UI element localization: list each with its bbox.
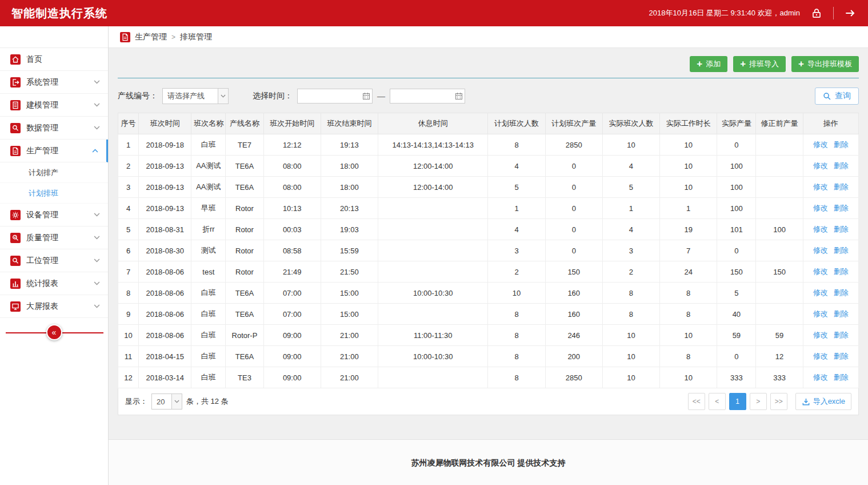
- table-cell: 100: [717, 156, 756, 177]
- sidebar-subitem-plan-shift[interactable]: 计划排班: [0, 183, 108, 204]
- search-button[interactable]: 查询: [815, 88, 859, 105]
- calendar-icon[interactable]: [455, 92, 463, 100]
- sidebar-item-data[interactable]: 数据管理: [0, 117, 108, 140]
- shift-import-button[interactable]: + 排班导入: [733, 56, 786, 72]
- column-header: 实际工作时长: [660, 113, 717, 134]
- last-page-button[interactable]: >>: [770, 393, 787, 410]
- delete-link[interactable]: 删除: [834, 161, 849, 170]
- date-to-wrap: [390, 89, 465, 104]
- download-icon: [802, 397, 810, 406]
- product-line-label: 产线编号：: [118, 91, 158, 101]
- column-header: 实际班次人数: [602, 113, 659, 134]
- table-cell: 早班: [191, 198, 226, 219]
- edit-link[interactable]: 修改: [813, 267, 828, 276]
- date-to-input[interactable]: [390, 89, 465, 104]
- sidebar-item-equipment[interactable]: 设备管理: [0, 204, 108, 226]
- table-cell: 2850: [545, 134, 602, 156]
- table-cell: 6: [118, 240, 139, 261]
- sidebar-item-label: 系统管理: [26, 77, 58, 88]
- first-page-button[interactable]: <<: [688, 393, 705, 410]
- sidebar-item-workstation[interactable]: 工位管理: [0, 249, 108, 272]
- table-cell: 246: [545, 325, 602, 346]
- pagination-controls: <<<1>>> 导入excle: [688, 393, 851, 410]
- table-cell: 4: [488, 219, 545, 240]
- delete-link[interactable]: 删除: [834, 182, 849, 191]
- calendar-icon[interactable]: [362, 92, 370, 100]
- sidebar-item-quality[interactable]: 质量管理: [0, 226, 108, 249]
- edit-link[interactable]: 修改: [813, 246, 828, 255]
- prev-page-button[interactable]: <: [709, 393, 726, 410]
- edit-link[interactable]: 修改: [813, 161, 828, 170]
- page-size-select[interactable]: 20: [151, 393, 182, 410]
- table-cell: 10:00-10:30: [378, 346, 487, 367]
- report-icon: [10, 279, 21, 289]
- logout-arrow-icon[interactable]: [844, 7, 857, 19]
- add-button[interactable]: + 添加: [690, 56, 727, 72]
- sidebar-item-report[interactable]: 统计报表: [0, 272, 108, 295]
- breadcrumb-parent[interactable]: 生产管理: [135, 32, 167, 42]
- table-cell: TE6A: [226, 304, 263, 325]
- table-row: 102018-08-06白班Rotor-P09:0021:0011:00-11:…: [118, 325, 859, 346]
- shift-table: 序号班次时间班次名称产线名称班次开始时间班次结束时间休息时间计划班次人数计划班次…: [118, 113, 859, 388]
- product-line-select[interactable]: 请选择产线: [162, 88, 229, 104]
- edit-link[interactable]: 修改: [813, 182, 828, 191]
- table-cell: 4: [118, 198, 139, 219]
- table-cell: [378, 367, 487, 388]
- sidebar-item-home[interactable]: 首页: [0, 48, 108, 71]
- next-page-button[interactable]: >: [750, 393, 767, 410]
- table-cell: 0: [545, 219, 602, 240]
- sidebar-item-modeling[interactable]: 建模管理: [0, 94, 108, 117]
- delete-link[interactable]: 删除: [834, 140, 849, 149]
- breadcrumb-current: 排班管理: [180, 32, 212, 42]
- delete-link[interactable]: 删除: [834, 204, 849, 212]
- delete-link[interactable]: 删除: [834, 352, 849, 360]
- table-cell: 8: [602, 283, 659, 304]
- edit-link[interactable]: 修改: [813, 309, 828, 318]
- table-cell: 0: [545, 156, 602, 177]
- table-cell: test: [191, 261, 226, 283]
- delete-link[interactable]: 删除: [834, 267, 849, 276]
- chevron-down-icon: [94, 236, 100, 240]
- table-cell: TE6A: [226, 177, 263, 198]
- table-cell: [756, 177, 803, 198]
- import-excel-button[interactable]: 导入excle: [795, 393, 851, 410]
- table-cell: 150: [717, 261, 756, 283]
- delete-link[interactable]: 删除: [834, 331, 849, 339]
- edit-link[interactable]: 修改: [813, 373, 828, 381]
- date-from-input[interactable]: [297, 89, 373, 104]
- delete-link[interactable]: 删除: [834, 288, 849, 297]
- edit-link[interactable]: 修改: [813, 288, 828, 297]
- export-template-button[interactable]: + 导出排班模板: [791, 56, 859, 72]
- delete-link[interactable]: 删除: [834, 246, 849, 255]
- table-cell: 2: [488, 261, 545, 283]
- table-cell: 24: [660, 261, 717, 283]
- delete-link[interactable]: 删除: [834, 225, 849, 233]
- sidebar-item-system[interactable]: 系统管理: [0, 71, 108, 94]
- edit-link[interactable]: 修改: [813, 140, 828, 149]
- edit-link[interactable]: 修改: [813, 225, 828, 233]
- chevron-down-icon: [94, 281, 100, 285]
- sidebar-subitem-plan-production[interactable]: 计划排产: [0, 162, 108, 183]
- edit-link[interactable]: 修改: [813, 204, 828, 212]
- toolbar: + 添加 + 排班导入 + 导出排班模板: [118, 56, 859, 72]
- lock-icon[interactable]: [810, 7, 823, 19]
- sidebar-collapse-area: «: [0, 319, 108, 345]
- sidebar-item-production[interactable]: 生产管理: [0, 140, 108, 162]
- edit-link[interactable]: 修改: [813, 331, 828, 339]
- table-cell: 4: [602, 219, 659, 240]
- edit-link[interactable]: 修改: [813, 352, 828, 360]
- table-cell: 19:03: [321, 219, 378, 240]
- table-cell: 2018-08-30: [139, 240, 191, 261]
- table-cell: 08:00: [263, 156, 321, 177]
- table-cell: 10: [118, 325, 139, 346]
- page-1-button[interactable]: 1: [729, 393, 746, 410]
- table-cell: 2018-09-18: [139, 134, 191, 156]
- delete-link[interactable]: 删除: [834, 373, 849, 381]
- shift-import-button-label: 排班导入: [749, 59, 779, 69]
- date-from-wrap: [297, 89, 373, 104]
- sidebar-item-bigscreen[interactable]: 大屏报表: [0, 295, 108, 318]
- collapse-sidebar-button[interactable]: «: [46, 324, 62, 340]
- table-row: 82018-08-06白班TE6A07:0015:0010:00-10:3010…: [118, 283, 859, 304]
- delete-link[interactable]: 删除: [834, 309, 849, 318]
- table-cell: 100: [717, 177, 756, 198]
